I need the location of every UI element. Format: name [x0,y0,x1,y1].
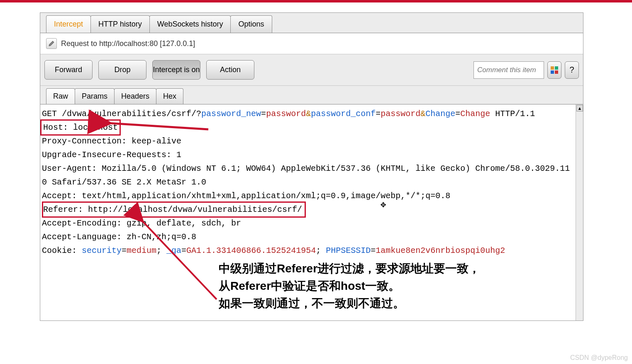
proxy-panel: Intercept HTTP history WebSockets histor… [40,12,583,321]
tab-options[interactable]: Options [230,15,272,33]
move-cursor-icon: ✥ [381,198,386,213]
action-button-row: Forward Drop Intercept is on Action ? [40,54,583,86]
scroll-up-icon[interactable]: ▲ [576,105,583,112]
param-name: password_new [201,109,261,119]
cookie-name: _ga [166,246,181,255]
header-line: Proxy-Connection: keep-alive [42,136,181,146]
header-line: User-Agent: Mozilla/5.0 (Windows NT 6.1;… [42,164,570,187]
subtab-raw[interactable]: Raw [46,88,75,104]
intercept-toggle-button[interactable]: Intercept is on [152,60,200,80]
subtab-params[interactable]: Params [75,88,115,104]
subtab-headers[interactable]: Headers [114,88,156,104]
param-value: Change [460,109,490,119]
cookie-value: GA1.1.331406866.1525241954 [186,246,316,255]
host-header-highlight: Host: localhost [40,119,121,136]
watermark-text: CSDN @dypeRong [570,354,628,362]
highlight-color-button[interactable] [547,61,561,79]
path: /dvwa/vulnerabilities/csrf/? [62,109,201,119]
tab-http-history[interactable]: HTTP history [90,15,150,33]
param-name: Change [425,109,455,119]
drop-button[interactable]: Drop [98,60,146,80]
header-line: Accept: text/html,application/xhtml+xml,… [42,191,450,201]
annotation-text: 中级别通过Referer进行过滤，要求源地址要一致， 从Referer中验证是否… [219,260,480,312]
request-info-bar: Request to http://localhost:80 [127.0.0.… [40,33,583,54]
view-tabs: Raw Params Headers Hex [40,86,583,104]
cookie-value: medium [127,246,156,255]
main-tabs: Intercept HTTP history WebSockets histor… [40,13,583,33]
vertical-scrollbar[interactable]: ▲ [576,104,583,320]
forward-button[interactable]: Forward [44,60,93,80]
header-line: Accept-Language: zh-CN,zh;q=0.8 [42,232,196,242]
tab-websockets-history[interactable]: WebSockets history [149,15,231,33]
comment-input[interactable] [473,61,544,79]
param-value: password [381,109,420,119]
cookie-value: 1amkue8en2v6nrbiospqi0uhg2 [376,246,505,255]
cookie-name: security [82,246,122,255]
edit-icon[interactable] [46,38,57,49]
cookie-label: Cookie: [42,246,82,255]
color-grid-icon [551,66,558,74]
header-line: Accept-Encoding: gzip, deflate, sdch, br [42,218,241,228]
tab-intercept[interactable]: Intercept [46,15,91,33]
svg-line-0 [109,123,208,129]
header-line: Upgrade-Insecure-Requests: 1 [42,150,181,160]
http-method: GET [42,109,62,119]
raw-request-editor[interactable]: GET /dvwa/vulnerabilities/csrf/?password… [40,104,576,320]
referer-header-highlight: Referer: http://localhost/dvwa/vulnerabi… [42,201,306,218]
subtab-hex[interactable]: Hex [156,88,183,104]
request-target-label: Request to http://localhost:80 [127.0.0.… [61,39,195,48]
action-button[interactable]: Action [206,60,254,80]
param-value: password [266,109,306,119]
top-red-border [0,0,632,2]
http-version: HTTP/1.1 [490,109,535,119]
cookie-name: PHPSESSID [326,246,371,255]
help-button[interactable]: ? [565,61,579,79]
raw-view-container: GET /dvwa/vulnerabilities/csrf/?password… [40,104,583,320]
param-name: password_conf [311,109,376,119]
